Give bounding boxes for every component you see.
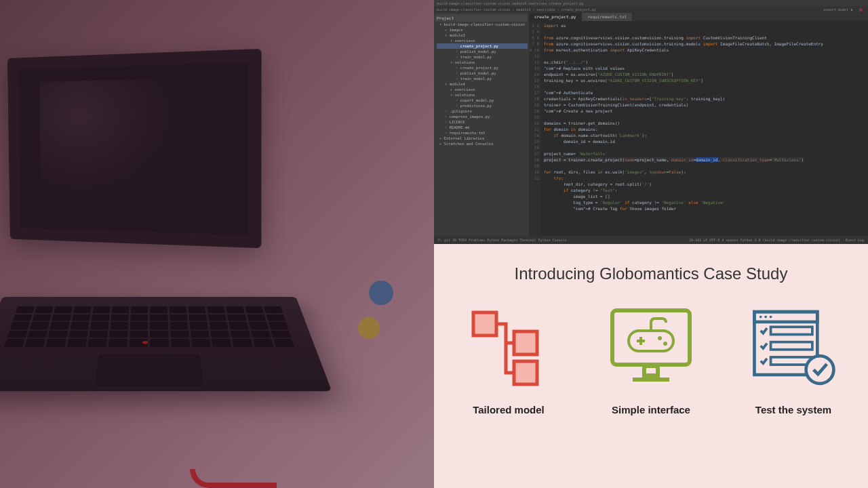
ide-statusbar[interactable]: P: git 38 TODO Problems Python Packages … bbox=[434, 236, 868, 244]
tree-folder[interactable]: exercises bbox=[437, 87, 528, 92]
monitor-icon bbox=[607, 304, 695, 392]
tree-folder-open[interactable]: solutions bbox=[437, 92, 528, 98]
svg-point-13 bbox=[760, 316, 762, 319]
svg-rect-2 bbox=[514, 361, 537, 384]
ide-window: build-image-classifier-custom-vision mod… bbox=[434, 0, 868, 244]
tree-file[interactable]: train_model.py bbox=[437, 76, 528, 81]
tree-file[interactable]: .gitignore bbox=[437, 108, 528, 114]
slide-label-interface: Simple interface bbox=[612, 404, 690, 415]
svg-rect-12 bbox=[754, 312, 817, 322]
svg-rect-4 bbox=[644, 366, 658, 375]
breadcrumb[interactable]: build-image-classifier-custom-vision › m… bbox=[437, 7, 596, 12]
tree-file[interactable]: create_project.py bbox=[437, 65, 528, 70]
slide-item-interface: Simple interface bbox=[597, 304, 705, 415]
tree-folder-open[interactable]: module4 bbox=[437, 81, 528, 87]
slide-label-tailored: Tailored model bbox=[473, 404, 545, 415]
slide-item-tailored: Tailored model bbox=[454, 304, 563, 415]
status-left[interactable]: P: git 38 TODO Problems Python Packages … bbox=[438, 238, 567, 242]
tree-folder[interactable]: Scratches and Consoles bbox=[437, 141, 528, 146]
line-gutter: 1 2 3 4 5 6 7 8 9 10 11 12 13 14 15 16 1… bbox=[529, 21, 541, 236]
run-config[interactable]: export_model bbox=[824, 7, 848, 12]
ide-titlebar: build-image-classifier-custom-vision mod… bbox=[434, 0, 868, 6]
svg-rect-0 bbox=[473, 312, 496, 336]
svg-rect-16 bbox=[771, 327, 812, 334]
tree-folder[interactable]: images bbox=[437, 27, 528, 33]
tree-file[interactable]: export_model.py bbox=[437, 98, 528, 103]
tree-file[interactable]: publish_model.py bbox=[437, 49, 528, 54]
slide-items: Tailored model Simple interface bbox=[454, 304, 848, 415]
photo-tint bbox=[0, 0, 434, 488]
network-icon bbox=[465, 304, 553, 392]
tree-file[interactable]: predictions.py bbox=[437, 103, 528, 108]
svg-rect-6 bbox=[629, 331, 673, 351]
svg-point-10 bbox=[663, 342, 667, 346]
tree-file[interactable]: compress_images.py bbox=[437, 114, 528, 119]
tree-file[interactable]: create_project.py bbox=[437, 43, 528, 49]
tree-folder-open[interactable]: build-image-classifier-custom-vision bbox=[437, 22, 528, 27]
editor-tab[interactable]: requirements.txt bbox=[582, 13, 633, 21]
debug-button[interactable]: 🐞 bbox=[859, 7, 863, 12]
slide: Introducing Globomantics Case Study Tail… bbox=[434, 244, 868, 488]
slide-label-test: Test the system bbox=[755, 404, 831, 415]
editor-tabs[interactable]: create_project.pyrequirements.txt bbox=[529, 13, 868, 21]
tree-file[interactable]: LICENSE bbox=[437, 119, 528, 125]
tree-folder-open[interactable]: exercises bbox=[437, 38, 528, 43]
editor-area: create_project.pyrequirements.txt 1 2 3 … bbox=[529, 13, 868, 236]
status-right[interactable]: 20:181 LF UTF-8 4 spaces Python 3.8 (bui… bbox=[689, 238, 840, 242]
project-sidebar[interactable]: Project build-image-classifier-custom-vi… bbox=[434, 13, 529, 236]
svg-rect-1 bbox=[514, 331, 537, 354]
tree-folder-open[interactable]: solutions bbox=[437, 60, 528, 65]
editor-tab[interactable]: create_project.py bbox=[529, 13, 582, 21]
svg-point-9 bbox=[658, 336, 662, 340]
code-content[interactable]: import os from azure.cognitiveservices.v… bbox=[541, 21, 868, 236]
svg-point-15 bbox=[770, 316, 772, 319]
project-panel-title[interactable]: Project bbox=[435, 14, 528, 22]
tree-file[interactable]: publish_model.py bbox=[437, 70, 528, 76]
checklist-icon bbox=[749, 304, 837, 392]
svg-rect-17 bbox=[771, 342, 812, 350]
tree-file[interactable]: README.md bbox=[437, 125, 528, 130]
event-log[interactable]: Event Log bbox=[846, 238, 864, 242]
run-button[interactable]: ▶ bbox=[851, 7, 853, 12]
slide-item-test: Test the system bbox=[739, 304, 848, 415]
tree-folder-open[interactable]: module3 bbox=[437, 33, 528, 38]
tree-file[interactable]: requirements.txt bbox=[437, 130, 528, 136]
tree-folder[interactable]: External Libraries bbox=[437, 136, 528, 141]
tree-file[interactable]: train_model.py bbox=[437, 54, 528, 60]
file-tree[interactable]: build-image-classifier-custom-visionimag… bbox=[435, 22, 528, 146]
slide-title: Introducing Globomantics Case Study bbox=[515, 264, 788, 283]
svg-point-14 bbox=[764, 316, 767, 319]
ide-toolbar[interactable]: build-image-classifier-custom-vision › m… bbox=[434, 6, 868, 13]
